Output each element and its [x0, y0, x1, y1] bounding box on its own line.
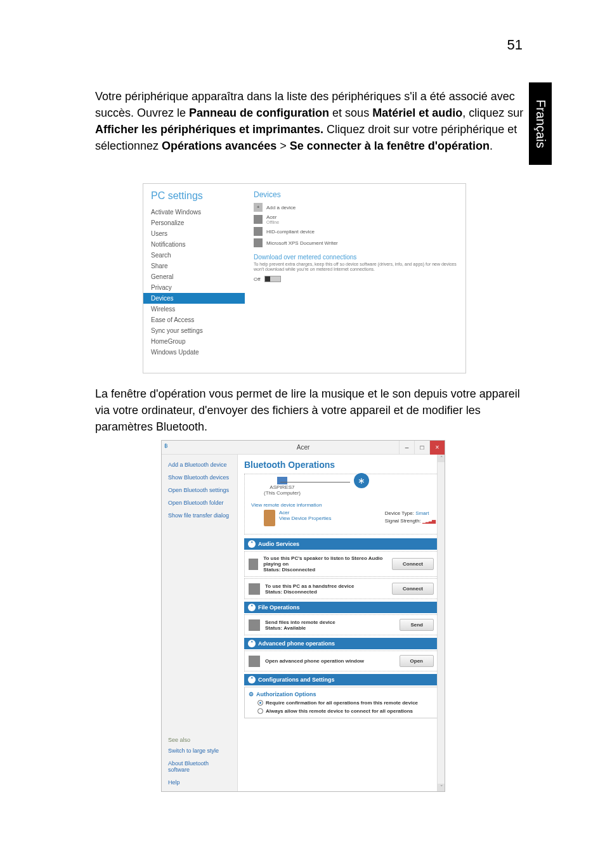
sidebar-link[interactable]: Open Bluetooth settings: [162, 484, 237, 496]
toggle-label: Off: [254, 276, 261, 282]
phone-svc-title: Open advanced phone operation window: [265, 658, 364, 664]
status-label: Status:: [265, 589, 282, 595]
connect-button[interactable]: Connect: [392, 583, 434, 595]
embedded-screenshot-pc-settings: PC settings Activate WindowsPersonalizeU…: [143, 183, 466, 373]
view-remote-link[interactable]: View remote device information: [251, 502, 322, 508]
audio-svc2-title: To use this PC as a handsfree device: [265, 583, 354, 589]
file-operations-label: File Operations: [258, 604, 300, 611]
advanced-phone-header[interactable]: ˄ Advanced phone operations: [244, 638, 438, 649]
status-label: Status:: [265, 625, 282, 631]
device-icon: [254, 238, 263, 247]
devices-heading: Devices: [254, 190, 457, 199]
authorization-options: ⚙ Authorization Options Require confirma…: [244, 687, 438, 718]
audio-service-2: To use this PC as a handsfree device Sta…: [244, 578, 438, 599]
device-type-value: Smart: [415, 510, 429, 516]
open-button[interactable]: Open: [400, 655, 434, 667]
pc-sub: (This Computer): [264, 490, 301, 496]
device-label: Microsoft XPS Document Writer: [266, 240, 338, 246]
file-service: Send files into remote device Status: Av…: [244, 614, 438, 635]
device-row[interactable]: Microsoft XPS Document Writer: [254, 238, 457, 247]
nav-item-sync-your-settings[interactable]: Sync your settings: [151, 325, 237, 336]
nav-item-homegroup[interactable]: HomeGroup: [151, 336, 237, 347]
signal-bars-icon: ▁▂▃▅: [422, 517, 435, 525]
see-also-heading: See also: [162, 734, 238, 744]
phone-icon: [264, 510, 275, 526]
headphones-icon: [249, 559, 258, 570]
nav-item-devices[interactable]: Devices: [143, 293, 245, 304]
sidebar-link[interactable]: Open Bluetooth folder: [162, 496, 237, 509]
file-send-icon: [249, 619, 260, 631]
chevron-up-icon: ˄: [248, 676, 256, 683]
nav-item-search[interactable]: Search: [151, 250, 237, 261]
nav-item-ease-of-access[interactable]: Ease of Access: [151, 314, 237, 325]
nav-item-users[interactable]: Users: [151, 228, 237, 239]
page-number: 51: [507, 37, 523, 53]
vertical-scrollbar[interactable]: ˄ ˅: [437, 455, 445, 791]
view-device-properties-link[interactable]: View Device Properties: [279, 515, 332, 521]
auth-option-1[interactable]: Require confirmation for all operations …: [257, 700, 434, 706]
scroll-up-arrow[interactable]: ˄: [438, 455, 445, 462]
device-icon: [254, 215, 263, 224]
advanced-phone-label: Advanced phone operations: [258, 640, 335, 647]
send-button[interactable]: Send: [400, 619, 434, 631]
audio-svc1-status: Disconnected: [282, 567, 315, 573]
pc-icon: [277, 477, 287, 484]
scroll-down-arrow[interactable]: ˅: [438, 784, 445, 791]
nav-item-general[interactable]: General: [151, 271, 237, 282]
topology-box: ASPIRES7 (This Computer) ∗ View remote d…: [244, 474, 438, 534]
file-operations-header[interactable]: ˄ File Operations: [244, 602, 438, 613]
device-label: Acer: [266, 214, 276, 220]
audio-services-header[interactable]: ˄ Audio Services: [244, 538, 438, 550]
device-label: HID-compliant device: [266, 229, 315, 235]
nav-item-activate-windows[interactable]: Activate Windows: [151, 207, 237, 217]
pc-settings-content: Devices + Add a device AcerOfflineHID-co…: [245, 184, 465, 373]
file-svc-title: Send files into remote device: [265, 619, 335, 625]
maximize-button[interactable]: □: [414, 441, 429, 455]
file-svc-status: Available: [283, 625, 306, 631]
metered-toggle[interactable]: Off: [254, 276, 281, 282]
download-heading: Download over metered connections: [254, 254, 457, 261]
audio-svc1-title: To use this PC's speaker to listen to St…: [263, 555, 387, 567]
auth-option-1-label: Require confirmation for all operations …: [266, 700, 418, 706]
nav-item-privacy[interactable]: Privacy: [151, 282, 237, 293]
nav-item-share[interactable]: Share: [151, 261, 237, 271]
chevron-up-icon: ˄: [248, 604, 256, 611]
handsfree-icon: [249, 583, 260, 595]
device-row[interactable]: AcerOffline: [254, 214, 457, 224]
paragraph-2: La fenêtre d'opération vous permet de li…: [95, 385, 526, 435]
bt-panel-title: Bluetooth Operations: [244, 460, 438, 470]
pc-settings-title: PC settings: [151, 190, 237, 202]
nav-item-personalize[interactable]: Personalize: [151, 217, 237, 228]
language-tab: Français: [529, 82, 552, 165]
see-also-link[interactable]: Switch to large style: [162, 744, 238, 757]
nav-item-wireless[interactable]: Wireless: [151, 304, 237, 314]
auth-option-2[interactable]: Always allow this remote device to conne…: [257, 708, 434, 714]
device-row[interactable]: HID-compliant device: [254, 227, 457, 236]
nav-item-notifications[interactable]: Notifications: [151, 239, 237, 250]
configurations-header[interactable]: ˄ Configurations and Settings: [244, 674, 438, 685]
close-button[interactable]: ×: [429, 441, 445, 455]
pc-name: ASPIRES7: [264, 484, 301, 490]
status-label: Status:: [263, 567, 280, 573]
see-also-link[interactable]: Help: [162, 776, 238, 789]
pc-settings-nav: PC settings Activate WindowsPersonalizeU…: [143, 184, 245, 373]
sidebar-link[interactable]: Add a Bluetooth device: [162, 458, 237, 471]
window-titlebar: ฿ Acer – □ ×: [162, 441, 445, 455]
paragraph-1: Votre périphérique apparaîtra dans la li…: [95, 88, 526, 154]
nav-item-windows-update[interactable]: Windows Update: [151, 347, 237, 358]
add-device-row[interactable]: + Add a device: [254, 203, 457, 212]
minimize-button[interactable]: –: [399, 441, 414, 455]
sidebar-link[interactable]: Show Bluetooth devices: [162, 471, 237, 484]
configurations-label: Configurations and Settings: [258, 677, 335, 683]
see-also-link[interactable]: About Bluetooth software: [162, 757, 238, 776]
chevron-up-icon: ˄: [248, 540, 256, 548]
plus-icon: +: [254, 203, 263, 212]
chevron-up-icon: ˄: [248, 640, 256, 647]
bluetooth-icon: ฿: [164, 443, 173, 451]
download-desc: To help prevent extra charges, keep this…: [254, 262, 457, 273]
remote-device: Acer View Device Properties: [264, 510, 332, 526]
radio-checked-icon: [257, 700, 263, 706]
sidebar-link[interactable]: Show file transfer dialog: [162, 509, 237, 522]
connect-button[interactable]: Connect: [392, 558, 434, 570]
audio-svc2-status: Disconnected: [283, 589, 316, 595]
